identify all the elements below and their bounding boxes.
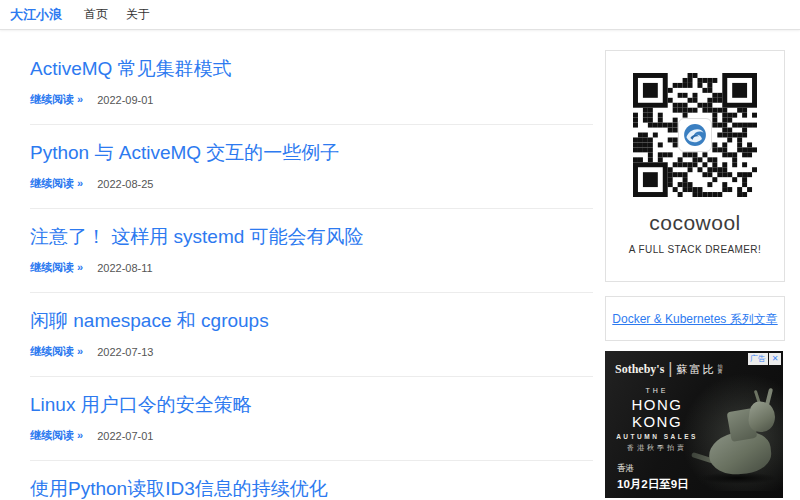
post-meta: 继续阅读 » 2022-09-01 bbox=[30, 92, 593, 107]
post-divider bbox=[30, 376, 593, 377]
read-more-link[interactable]: 继续阅读 » bbox=[30, 176, 83, 191]
post-divider bbox=[30, 460, 593, 461]
sidebar: cocowool A FULL STACK DREAMER! Docker & … bbox=[605, 30, 785, 500]
post-divider bbox=[30, 124, 593, 125]
post-date: 2022-07-01 bbox=[97, 430, 153, 442]
read-more-link[interactable]: 继续阅读 » bbox=[30, 428, 83, 443]
post-item: 注意了！ 这样用 systemd 可能会有风险 继续阅读 » 2022-08-1… bbox=[30, 224, 593, 293]
post-meta: 继续阅读 » 2022-08-25 bbox=[30, 176, 593, 191]
post-list: ActiveMQ 常见集群模式 继续阅读 » 2022-09-01 Python… bbox=[30, 30, 593, 500]
post-divider bbox=[30, 292, 593, 293]
post-date: 2022-08-25 bbox=[97, 178, 153, 190]
logo-divider: | bbox=[668, 360, 672, 378]
post-title-link[interactable]: Python 与 ActiveMQ 交互的一些例子 bbox=[30, 140, 339, 166]
advertiser-name-small: 拍賣 bbox=[718, 364, 725, 374]
post-meta: 继续阅读 » 2022-08-11 bbox=[30, 260, 593, 275]
ad-choices: 广告 ✕ bbox=[748, 353, 781, 365]
series-link-box: Docker & Kubernetes 系列文章 bbox=[605, 296, 785, 341]
ad-headline-city: HONG KONG bbox=[605, 396, 709, 430]
page-body: ActiveMQ 常见集群模式 继续阅读 » 2022-09-01 Python… bbox=[0, 30, 800, 500]
series-link[interactable]: Docker & Kubernetes 系列文章 bbox=[612, 312, 777, 326]
post-meta: 继续阅读 » 2022-07-01 bbox=[30, 428, 593, 443]
post-divider bbox=[30, 208, 593, 209]
wave-logo-icon bbox=[678, 118, 712, 152]
nav-item-home[interactable]: 首页 bbox=[84, 6, 108, 23]
ad-headline-the: THE bbox=[605, 387, 709, 394]
post-title-link[interactable]: ActiveMQ 常见集群模式 bbox=[30, 56, 232, 82]
advertiser-name-cn: 蘇富比 bbox=[677, 362, 716, 377]
nav-item-about[interactable]: 关于 bbox=[126, 6, 150, 23]
post-item: 闲聊 namespace 和 cgroups 继续阅读 » 2022-07-13 bbox=[30, 308, 593, 377]
profile-tagline: A FULL STACK DREAMER! bbox=[606, 244, 784, 255]
post-item: Python 与 ActiveMQ 交互的一些例子 继续阅读 » 2022-08… bbox=[30, 140, 593, 209]
ad-headline-sales: AUTUMN SALES bbox=[605, 433, 709, 440]
ad-headline-cn: 香港秋季拍賣 bbox=[605, 443, 709, 453]
advertisement-banner[interactable]: 广告 ✕ Sotheby's | 蘇富比 拍賣 THE HONG KONG AU… bbox=[605, 351, 783, 498]
advertiser-name: Sotheby's bbox=[615, 362, 664, 377]
qr-code bbox=[633, 73, 757, 197]
post-item: Linux 用户口令的安全策略 继续阅读 » 2022-07-01 bbox=[30, 392, 593, 461]
read-more-link[interactable]: 继续阅读 » bbox=[30, 260, 83, 275]
post-item: 使用Python读取ID3信息的持续优化 bbox=[30, 476, 593, 500]
ad-info-label[interactable]: 广告 bbox=[748, 353, 768, 365]
post-title-link[interactable]: 注意了！ 这样用 systemd 可能会有风险 bbox=[30, 224, 364, 250]
read-more-link[interactable]: 继续阅读 » bbox=[30, 92, 83, 107]
post-title-link[interactable]: 使用Python读取ID3信息的持续优化 bbox=[30, 476, 328, 500]
post-title-link[interactable]: Linux 用户口令的安全策略 bbox=[30, 392, 252, 418]
post-date: 2022-09-01 bbox=[97, 94, 153, 106]
post-title-link[interactable]: 闲聊 namespace 和 cgroups bbox=[30, 308, 269, 334]
ad-close-icon[interactable]: ✕ bbox=[769, 353, 781, 365]
site-brand-link[interactable]: 大江小浪 bbox=[10, 6, 62, 24]
post-date: 2022-08-11 bbox=[97, 262, 152, 274]
read-more-link[interactable]: 继续阅读 » bbox=[30, 344, 83, 359]
profile-name: cocowool bbox=[606, 211, 784, 235]
top-navbar: 大江小浪 首页 关于 bbox=[0, 0, 800, 30]
ad-location: 香港 bbox=[617, 463, 783, 475]
post-meta: 继续阅读 » 2022-07-13 bbox=[30, 344, 593, 359]
post-item: ActiveMQ 常见集群模式 继续阅读 » 2022-09-01 bbox=[30, 56, 593, 125]
post-date: 2022-07-13 bbox=[97, 346, 153, 358]
ad-dates: 10月2日至9日 bbox=[617, 477, 783, 492]
profile-card: cocowool A FULL STACK DREAMER! bbox=[605, 50, 785, 282]
ad-headline: THE HONG KONG AUTUMN SALES 香港秋季拍賣 bbox=[605, 387, 709, 453]
